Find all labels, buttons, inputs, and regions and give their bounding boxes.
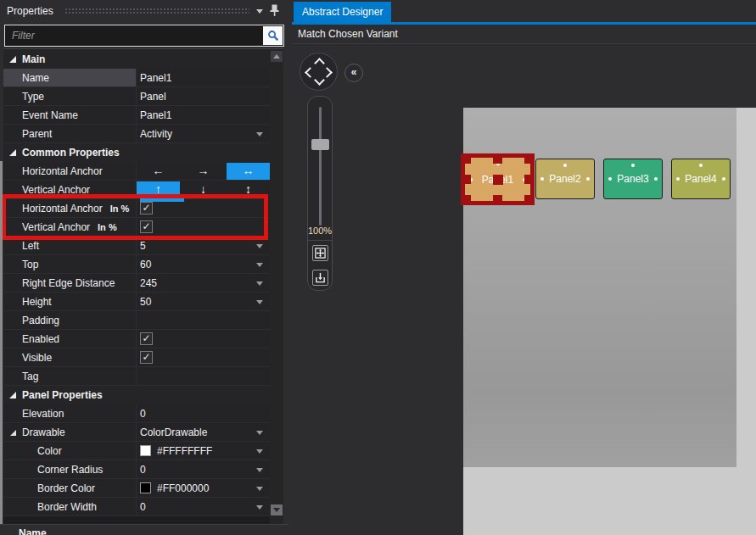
- dropdown-arrow-icon[interactable]: [256, 431, 263, 435]
- canvas-panel[interactable]: Panel2: [535, 159, 595, 199]
- title-drag-texture: [64, 8, 249, 15]
- selection-handle[interactable]: [462, 195, 471, 204]
- collapse-toolbox-button[interactable]: «: [344, 64, 363, 82]
- selection-handle[interactable]: [462, 154, 471, 164]
- checkbox[interactable]: ✓: [140, 332, 153, 345]
- color-swatch[interactable]: [140, 482, 151, 493]
- property-row[interactable]: Vertical AnchorIn %✓: [3, 218, 270, 237]
- screenshot-export-icon: [315, 272, 326, 283]
- canvas-panel[interactable]: Panel3: [603, 159, 663, 199]
- property-row[interactable]: Enabled✓: [3, 330, 270, 348]
- section-row[interactable]: Main: [3, 50, 270, 69]
- fit-to-screen-button[interactable]: [312, 245, 328, 261]
- row-value: 245: [140, 277, 157, 289]
- dropdown-arrow-icon[interactable]: [256, 132, 263, 137]
- screenshot-export-button[interactable]: [312, 270, 328, 286]
- anchor-option[interactable]: →: [182, 163, 225, 180]
- zoom-slider-track[interactable]: [319, 107, 322, 226]
- dropdown-arrow-icon[interactable]: [256, 468, 263, 472]
- property-row[interactable]: Top60: [3, 255, 270, 274]
- row-label: Horizontal AnchorIn %: [22, 203, 129, 215]
- dropdown-arrow-icon[interactable]: [256, 505, 263, 510]
- scroll-up-button[interactable]: [271, 51, 283, 62]
- row-value: 5: [140, 240, 146, 252]
- selection-handle[interactable]: [462, 175, 471, 184]
- property-row[interactable]: Right Edge Distance245: [3, 274, 270, 293]
- row-expander-icon[interactable]: [10, 430, 16, 436]
- pin-icon[interactable]: [270, 4, 279, 17]
- scroll-down-icon: [273, 508, 280, 512]
- anchor-option[interactable]: ↑: [137, 181, 180, 198]
- pan-right-icon[interactable]: [322, 67, 333, 78]
- dropdown-arrow-icon[interactable]: [256, 487, 263, 491]
- property-row[interactable]: Corner Radius0: [3, 460, 270, 479]
- property-row[interactable]: Vertical Anchor↑↓↕: [3, 181, 270, 199]
- pan-up-icon[interactable]: [314, 58, 325, 69]
- property-row[interactable]: ParentActivity: [3, 125, 270, 143]
- checkbox[interactable]: ✓: [140, 351, 153, 364]
- pan-left-icon[interactable]: [305, 67, 316, 78]
- anchor-option[interactable]: ↔: [227, 163, 270, 180]
- property-row[interactable]: Horizontal Anchor←→↔: [3, 162, 270, 181]
- tab-abstract-designer[interactable]: Abstract Designer: [294, 2, 391, 22]
- section-row[interactable]: Common Properties: [3, 143, 270, 162]
- panel-label: Panel2: [549, 173, 580, 185]
- property-row[interactable]: Height50: [3, 293, 270, 311]
- filter-input[interactable]: [7, 26, 258, 44]
- selection-handle[interactable]: [524, 154, 534, 164]
- row-label: Event Name: [22, 109, 78, 121]
- selection-handle[interactable]: [524, 175, 534, 184]
- anchor-option[interactable]: ↓: [182, 181, 225, 198]
- zoom-slider[interactable]: 100%: [307, 96, 333, 291]
- dropdown-arrow-icon[interactable]: [256, 449, 263, 454]
- checkbox[interactable]: ✓: [140, 202, 153, 215]
- pan-control[interactable]: [300, 53, 338, 91]
- section-row[interactable]: Panel Properties: [3, 386, 270, 404]
- dropdown-arrow-icon[interactable]: [256, 244, 263, 248]
- row-label: Corner Radius: [37, 464, 103, 476]
- match-chosen-variant-button[interactable]: Match Chosen Variant: [292, 25, 756, 44]
- property-row[interactable]: Border Width0: [3, 498, 270, 516]
- dropdown-arrow-icon[interactable]: [256, 300, 263, 304]
- property-row[interactable]: TypePanel: [3, 87, 270, 106]
- property-row[interactable]: Horizontal AnchorIn %✓: [3, 199, 270, 218]
- dropdown-arrow-icon[interactable]: [256, 263, 263, 267]
- property-row[interactable]: Color#FFFFFFFF: [3, 442, 270, 460]
- property-row[interactable]: Elevation0: [3, 404, 270, 423]
- row-value: 0: [140, 501, 146, 513]
- zoom-slider-handle[interactable]: [311, 139, 329, 150]
- designer-canvas[interactable]: Panel1Panel2Panel3Panel4 « 100%: [292, 45, 756, 535]
- selection-handle[interactable]: [493, 154, 502, 164]
- property-row[interactable]: NamePanel1: [3, 69, 270, 87]
- property-row[interactable]: Left5: [3, 237, 270, 255]
- selection-handle[interactable]: [493, 195, 502, 204]
- scroll-down-button[interactable]: [271, 504, 283, 515]
- window-menu-chevron-icon[interactable]: [256, 9, 263, 14]
- checkbox[interactable]: ✓: [140, 220, 153, 233]
- property-row[interactable]: Visible✓: [3, 348, 270, 367]
- grid-scrollbar[interactable]: [270, 49, 283, 524]
- property-row[interactable]: Padding: [3, 311, 270, 330]
- color-swatch[interactable]: [140, 445, 151, 456]
- dropdown-arrow-icon[interactable]: [256, 281, 263, 286]
- section-expander-icon[interactable]: [9, 56, 16, 63]
- row-label: Height: [22, 296, 52, 308]
- property-row[interactable]: Event NamePanel1: [3, 106, 270, 125]
- property-row[interactable]: DrawableColorDrawable: [3, 423, 270, 442]
- search-button[interactable]: [263, 26, 283, 45]
- canvas-panel[interactable]: Panel4: [671, 159, 731, 199]
- row-value: 60: [140, 259, 151, 270]
- section-expander-icon[interactable]: [9, 392, 16, 398]
- pan-down-icon[interactable]: [314, 75, 325, 86]
- property-row[interactable]: Border Color#FF000000: [3, 479, 270, 498]
- selection-outline[interactable]: Panel1: [461, 153, 535, 205]
- property-row[interactable]: Tag: [3, 367, 270, 386]
- row-label: Vertical Anchor: [22, 184, 90, 196]
- properties-title-bar[interactable]: Properties: [0, 0, 288, 22]
- selection-handle[interactable]: [524, 195, 534, 204]
- anchor-option[interactable]: ←: [137, 163, 180, 180]
- selection-center-handle[interactable]: [493, 175, 503, 185]
- anchor-option[interactable]: ↕: [227, 181, 270, 198]
- column-divider: [136, 69, 137, 86]
- section-expander-icon[interactable]: [9, 149, 16, 156]
